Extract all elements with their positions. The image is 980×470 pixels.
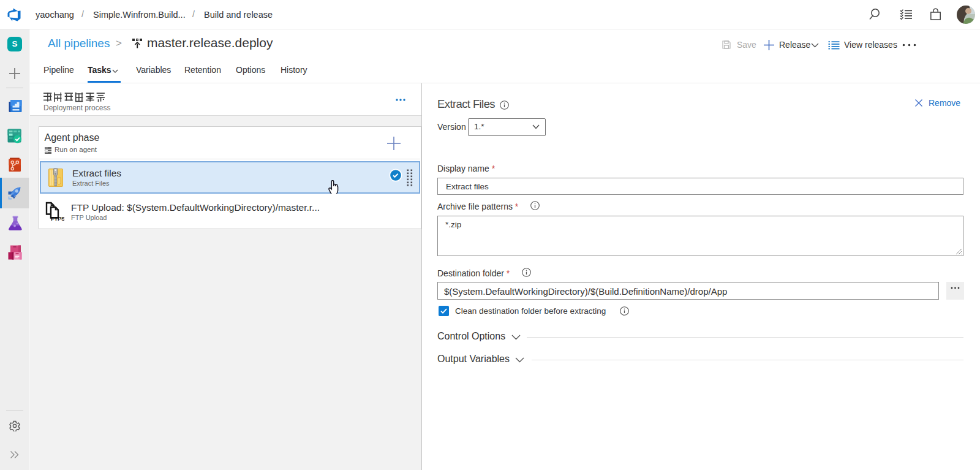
svg-text:FTPS: FTPS [51,215,64,221]
